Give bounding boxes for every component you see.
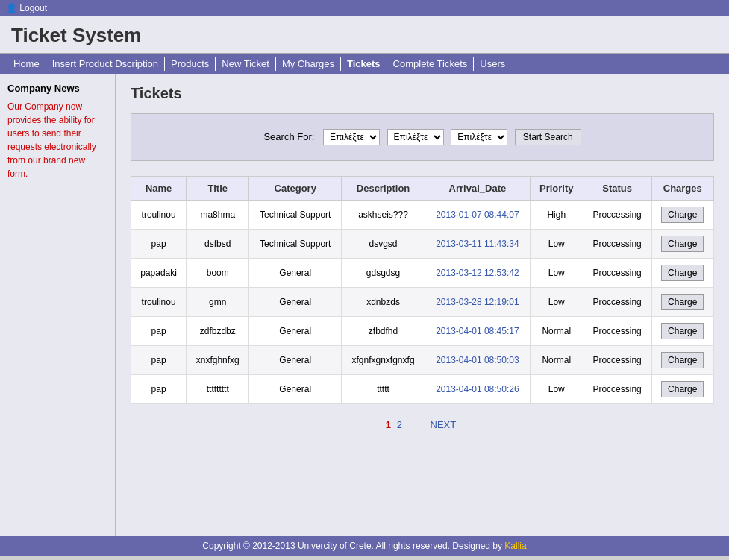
nav-new-ticket[interactable]: New Ticket [216, 57, 276, 71]
table-row: troulinouma8hmaTechnical Supportaskhseis… [131, 201, 714, 230]
col-charges: Charges [651, 177, 713, 201]
nav-tickets[interactable]: Tickets [341, 57, 387, 71]
page-2-link[interactable]: 2 [397, 419, 402, 430]
next-page-link[interactable]: NEXT [431, 419, 457, 430]
nav-complete-tickets[interactable]: Complete Tickets [387, 57, 475, 71]
charge-button[interactable]: Charge [661, 323, 704, 339]
table-row: paptttttttttGeneralttttt2013-04-01 08:50… [131, 375, 714, 404]
search-area: Search For: Επιλέξτε Επιλέξτε Επιλέξτε S… [131, 113, 714, 161]
col-title: Title [187, 177, 249, 201]
col-status: Status [583, 177, 651, 201]
charge-button[interactable]: Charge [661, 294, 704, 310]
nav-my-charges[interactable]: My Charges [276, 57, 341, 71]
search-select-2[interactable]: Επιλέξτε [387, 129, 444, 145]
start-search-button[interactable]: Start Search [515, 129, 581, 145]
current-page: 1 [386, 419, 391, 430]
top-bar: 👤 Logout [0, 0, 729, 16]
table-row: papdsfbsdTechnical Supportdsvgsd2013-03-… [131, 230, 714, 259]
table-row: papadakiboomGeneralgdsgdsg2013-03-12 12:… [131, 259, 714, 288]
table-header-row: Name Title Category Description Arrival_… [131, 177, 714, 201]
table-row: papxnxfghnfxgGeneralxfgnfxgnxfgnxfg2013-… [131, 346, 714, 375]
logout-link[interactable]: Logout [19, 3, 47, 13]
nav-users[interactable]: Users [474, 57, 511, 71]
footer-text: Copyright © 2012-2013 Univercity of Cret… [202, 541, 502, 551]
nav-insert-product[interactable]: Insert Product Dscription [46, 57, 165, 71]
col-category: Category [249, 177, 342, 201]
nav-products[interactable]: Products [165, 57, 216, 71]
footer: Copyright © 2012-2013 Univercity of Cret… [0, 536, 729, 556]
main-layout: Company News Our Company now provides th… [0, 74, 729, 536]
charge-button[interactable]: Charge [661, 352, 704, 368]
sidebar: Company News Our Company now provides th… [0, 74, 116, 536]
page-title: Tickets [131, 85, 714, 102]
pagination: 1 2 NEXT [131, 419, 714, 430]
tickets-tbody: troulinouma8hmaTechnical Supportaskhseis… [131, 201, 714, 404]
col-description: Description [342, 177, 425, 201]
content-area: Tickets Search For: Επιλέξτε Επιλέξτε Επ… [116, 74, 729, 536]
app-title: Ticket System [11, 24, 718, 47]
search-select-3[interactable]: Επιλέξτε [451, 129, 507, 145]
user-icon: 👤 [6, 3, 17, 13]
charge-button[interactable]: Charge [661, 381, 704, 397]
search-select-1[interactable]: Επιλέξτε [323, 129, 380, 145]
company-news-title: Company News [7, 83, 107, 94]
nav-home[interactable]: Home [7, 57, 46, 71]
col-priority: Priority [530, 177, 583, 201]
company-news-text: Our Company now provides the ability for… [7, 100, 107, 180]
tickets-table: Name Title Category Description Arrival_… [131, 176, 714, 404]
table-row: troulinougmnGeneralxdnbzds2013-03-28 12:… [131, 288, 714, 317]
header: Ticket System [0, 16, 729, 54]
main-nav: Home Insert Product Dscription Products … [0, 54, 729, 74]
charge-button[interactable]: Charge [661, 207, 704, 223]
charge-button[interactable]: Charge [661, 265, 704, 281]
search-label: Search For: [263, 131, 314, 142]
charge-button[interactable]: Charge [661, 236, 704, 252]
designer-link[interactable]: Kallia [504, 541, 526, 551]
col-name: Name [131, 177, 187, 201]
table-row: papzdfbzdbzGeneralzfbdfhd2013-04-01 08:4… [131, 317, 714, 346]
col-arrival-date: Arrival_Date [425, 177, 530, 201]
